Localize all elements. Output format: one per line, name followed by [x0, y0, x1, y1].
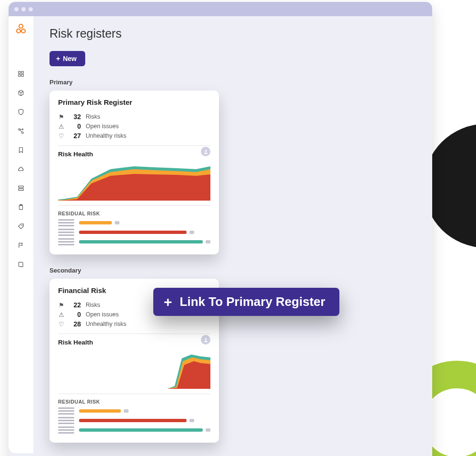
stat-risks: ⚑ 32 Risks: [58, 113, 210, 121]
svg-point-15: [205, 150, 207, 152]
risk-health-title: Risk Health: [58, 151, 210, 158]
new-button-label: New: [63, 55, 77, 62]
stat-open-issues: ⚠ 0 Open issues: [58, 122, 210, 130]
row-legend-icon: [58, 407, 74, 415]
stat-unhealthy: ♡ 28 Unhealthy risks: [58, 320, 210, 328]
stat-value: 28: [69, 320, 81, 328]
row-legend-icon: [58, 238, 74, 245]
heart-icon: ♡: [58, 132, 65, 140]
stat-label: Open issues: [86, 123, 119, 130]
section-secondary-label: Secondary: [50, 267, 416, 274]
section-primary-label: Primary: [50, 79, 416, 86]
sidebar: [9, 16, 33, 453]
flag-icon: ⚑: [58, 302, 65, 309]
svg-point-1: [17, 29, 20, 33]
flag-icon[interactable]: [17, 241, 25, 250]
row-legend-icon: [58, 229, 74, 236]
primary-stats: ⚑ 32 Risks ⚠ 0 Open issues ♡ 27 Unhealth…: [58, 113, 210, 146]
risk-health-chart-primary: [58, 160, 210, 201]
stat-value: 0: [69, 122, 81, 130]
avatar-icon: [201, 335, 210, 345]
svg-rect-6: [21, 74, 23, 76]
book-icon[interactable]: [17, 260, 25, 269]
plus-icon: +: [56, 55, 60, 62]
row-legend-icon: [58, 417, 74, 424]
window-control-dot: [29, 7, 33, 11]
row-legend-icon: [58, 426, 74, 434]
heart-icon: ♡: [58, 321, 65, 328]
bookmark-icon[interactable]: [17, 146, 25, 154]
row-legend-icon: [58, 219, 74, 226]
svg-point-16: [205, 338, 207, 340]
shield-icon[interactable]: [17, 108, 25, 116]
residual-risk-bars-primary: [58, 219, 210, 245]
svg-rect-10: [19, 186, 24, 188]
residual-risk-title: RESIDUAL RISK: [58, 205, 210, 216]
residual-risk-title: RESIDUAL RISK: [58, 394, 210, 405]
stat-value: 0: [69, 311, 81, 318]
stat-label: Unhealthy risks: [86, 132, 126, 139]
clipboard-icon[interactable]: [17, 203, 25, 212]
stat-label: Unhealthy risks: [86, 321, 126, 327]
stat-label: Open issues: [86, 311, 119, 318]
dashboard-icon[interactable]: [17, 70, 25, 78]
server-icon[interactable]: [17, 184, 25, 193]
link-button-label: Link To Primary Register: [180, 294, 326, 309]
window-control-dot: [21, 7, 26, 11]
warning-icon: ⚠: [58, 123, 65, 130]
avatar-icon: [201, 147, 210, 156]
card-title: Primary Risk Register: [58, 98, 210, 106]
stat-value: 27: [69, 132, 81, 140]
plus-icon: +: [164, 295, 172, 309]
svg-point-2: [21, 29, 25, 33]
network-icon[interactable]: [17, 127, 25, 135]
app-window: Risk registers + New Primary Primary Ris…: [9, 2, 432, 456]
page-title: Risk registers: [50, 27, 416, 41]
warning-icon: ⚠: [58, 311, 65, 318]
window-titlebar: [9, 2, 432, 16]
svg-rect-3: [19, 71, 20, 73]
stat-label: Risks: [86, 302, 100, 308]
app-logo-icon: [15, 23, 27, 34]
svg-rect-4: [21, 71, 23, 73]
svg-rect-11: [19, 189, 24, 191]
residual-risk-bars-secondary: [58, 407, 210, 434]
window-control-dot: [14, 7, 19, 11]
link-to-primary-button[interactable]: + Link To Primary Register: [153, 288, 339, 316]
flag-icon: ⚑: [58, 113, 65, 121]
stat-unhealthy: ♡ 27 Unhealthy risks: [58, 132, 210, 140]
svg-point-0: [19, 24, 23, 28]
svg-point-14: [22, 225, 22, 225]
stat-value: 22: [69, 301, 81, 309]
svg-rect-5: [19, 74, 20, 76]
cloud-icon[interactable]: [17, 165, 25, 173]
risk-health-title: Risk Health: [58, 339, 210, 346]
new-button[interactable]: + New: [50, 51, 85, 66]
tag-icon[interactable]: [17, 222, 25, 231]
stat-label: Risks: [86, 113, 100, 120]
primary-risk-card[interactable]: Primary Risk Register ⚑ 32 Risks ⚠ 0 Ope…: [50, 91, 219, 254]
risk-health-chart-secondary: [58, 348, 210, 389]
svg-point-9: [22, 129, 23, 130]
stat-value: 32: [69, 113, 81, 121]
main-content: Risk registers + New Primary Primary Ris…: [33, 16, 432, 453]
cube-icon[interactable]: [17, 89, 25, 97]
